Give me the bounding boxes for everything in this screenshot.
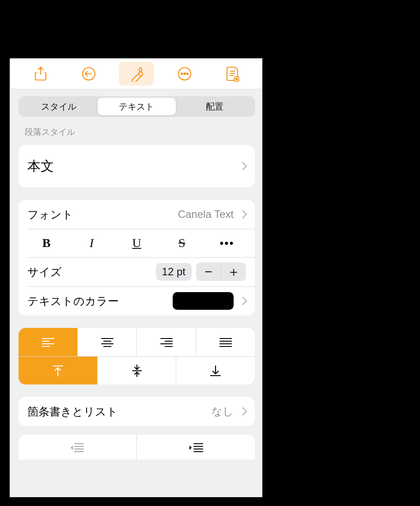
chevron-right-icon xyxy=(238,210,247,219)
chevron-right-icon xyxy=(238,407,247,416)
svg-marker-39 xyxy=(189,445,192,450)
undo-button[interactable] xyxy=(71,62,106,86)
increase-indent-button[interactable] xyxy=(137,435,255,460)
align-middle-button[interactable] xyxy=(98,357,177,384)
text-color-row[interactable]: テキストのカラー xyxy=(19,286,255,316)
toolbar xyxy=(10,58,264,89)
more-format-button[interactable]: ••• xyxy=(204,236,250,250)
italic-button[interactable]: I xyxy=(69,236,114,250)
size-value[interactable]: 12 pt xyxy=(156,263,192,281)
tab-arrange[interactable]: 配置 xyxy=(176,98,254,115)
svg-marker-34 xyxy=(71,445,73,450)
svg-point-3 xyxy=(184,73,185,74)
font-value: Canela Text xyxy=(178,208,234,221)
svg-point-2 xyxy=(181,73,182,74)
svg-point-4 xyxy=(186,73,188,74)
format-buttons-row: B I U S ••• xyxy=(19,229,255,257)
size-increase-button[interactable]: ＋ xyxy=(221,263,246,281)
panel-bottom-border xyxy=(10,497,264,498)
format-panel: スタイル テキスト 配置 段落スタイル 本文 フォント Canela Text … xyxy=(10,58,264,498)
align-top-button[interactable] xyxy=(19,357,98,384)
alignment-card xyxy=(19,328,255,384)
font-card: フォント Canela Text B I U S ••• サイズ 12 pt −… xyxy=(19,200,255,316)
bold-button[interactable]: B xyxy=(24,236,69,250)
size-label: サイズ xyxy=(27,265,62,279)
font-row[interactable]: フォント Canela Text xyxy=(19,200,255,229)
more-button[interactable] xyxy=(167,62,202,86)
align-center-button[interactable] xyxy=(78,328,137,356)
svg-point-6 xyxy=(235,78,238,80)
horizontal-align-row xyxy=(19,328,255,356)
paragraph-style-value: 本文 xyxy=(27,157,54,175)
paragraph-style-header: 段落スタイル xyxy=(10,126,264,141)
bullets-value: なし xyxy=(212,404,234,418)
vertical-align-row xyxy=(19,356,255,384)
share-button[interactable] xyxy=(23,62,58,86)
text-color-swatch[interactable] xyxy=(173,292,234,310)
document-button[interactable] xyxy=(215,62,250,86)
callout-line-right-horizontal xyxy=(272,325,284,326)
bullets-card: 箇条書きとリスト なし xyxy=(19,397,255,426)
tab-style[interactable]: スタイル xyxy=(20,98,98,115)
text-color-label: テキストのカラー xyxy=(27,294,119,308)
bullets-label: 箇条書きとリスト xyxy=(27,404,118,419)
format-tabs: スタイル テキスト 配置 xyxy=(19,96,255,117)
strikethrough-button[interactable]: S xyxy=(159,236,204,250)
size-decrease-button[interactable]: − xyxy=(196,263,221,281)
indent-card xyxy=(19,435,255,460)
chevron-right-icon xyxy=(238,297,247,305)
tab-text[interactable]: テキスト xyxy=(98,98,175,115)
align-left-button[interactable] xyxy=(19,328,78,356)
paragraph-style-card: 本文 xyxy=(19,145,255,187)
align-justify-button[interactable] xyxy=(196,328,255,356)
underline-button[interactable]: U xyxy=(114,236,159,250)
align-right-button[interactable] xyxy=(137,328,196,356)
align-bottom-button[interactable] xyxy=(176,357,255,384)
decrease-indent-button[interactable] xyxy=(19,435,137,460)
size-stepper: − ＋ xyxy=(196,263,246,281)
callout-line-top xyxy=(163,0,164,56)
paragraph-style-row[interactable]: 本文 xyxy=(19,145,255,187)
format-button[interactable] xyxy=(119,62,154,86)
tabs-container: スタイル テキスト 配置 xyxy=(10,89,264,126)
size-row: サイズ 12 pt − ＋ xyxy=(19,257,255,286)
chevron-right-icon xyxy=(238,162,247,171)
bullets-row[interactable]: 箇条書きとリスト なし xyxy=(19,397,255,426)
font-label: フォント xyxy=(27,207,73,222)
